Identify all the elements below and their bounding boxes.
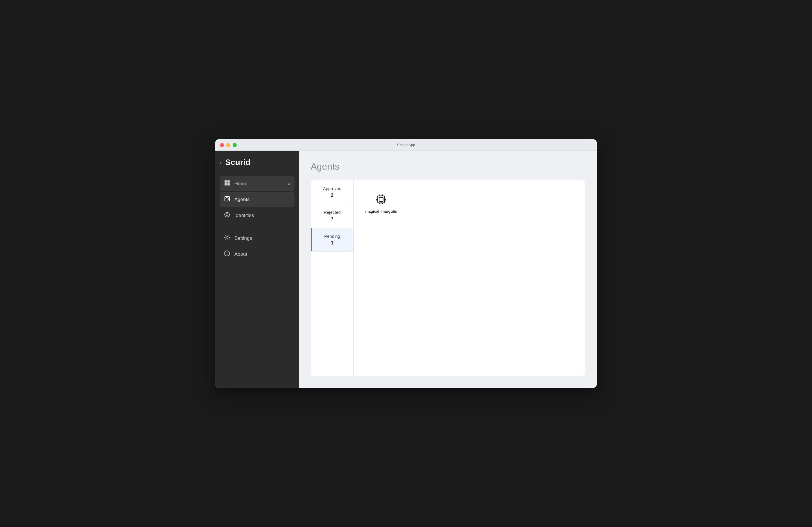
chevron-up-icon: ∧ (288, 181, 290, 186)
agents-panel: Approved 2 Rejected 7 Pending 1 (310, 180, 585, 376)
close-button[interactable] (220, 143, 224, 147)
svg-text:i: i (227, 252, 228, 256)
sidebar-item-agents-label: Agents (234, 197, 290, 203)
filter-approved[interactable]: Approved 2 (311, 180, 353, 204)
svg-point-12 (227, 212, 228, 213)
minimize-button[interactable] (226, 143, 230, 147)
svg-point-10 (225, 213, 229, 217)
agent-chip-icon (375, 193, 388, 206)
filter-pending[interactable]: Pending 1 (311, 228, 353, 252)
agent-card-magical-margulis[interactable]: magical_margulis (362, 189, 400, 216)
filter-pending-label: Pending (317, 233, 348, 239)
sidebar-item-settings[interactable]: Settings (220, 231, 294, 246)
filter-sidebar: Approved 2 Rejected 7 Pending 1 (311, 180, 354, 376)
page-title: Agents (310, 161, 585, 172)
sidebar-nav: Home ∧ Agents (220, 176, 294, 262)
filter-approved-count: 2 (317, 192, 348, 199)
agents-icon (224, 195, 230, 203)
svg-rect-19 (378, 196, 385, 203)
app-window: Scurid App ‹ Scurid (215, 139, 597, 388)
svg-point-14 (224, 215, 225, 215)
sidebar-header: ‹ Scurid (220, 157, 294, 168)
settings-icon (224, 234, 230, 242)
home-icon (224, 180, 230, 188)
sidebar-item-about[interactable]: i About (220, 247, 294, 262)
filter-approved-label: Approved (317, 186, 348, 192)
traffic-lights (220, 143, 237, 147)
agents-grid: magical_margulis (354, 180, 585, 376)
identities-icon (224, 211, 230, 219)
sidebar-item-settings-label: Settings (234, 235, 290, 241)
maximize-button[interactable] (233, 143, 237, 147)
sidebar-item-home[interactable]: Home ∧ (220, 176, 294, 191)
sidebar-item-identities-label: Identities (234, 213, 290, 218)
svg-rect-0 (224, 180, 227, 182)
filter-pending-count: 1 (317, 240, 348, 246)
svg-point-15 (229, 215, 230, 215)
svg-rect-20 (379, 197, 383, 201)
svg-rect-3 (228, 183, 230, 186)
svg-point-16 (226, 237, 228, 238)
main-content: Agents Approved 2 Rejected 7 Pending 1 (299, 151, 597, 388)
sidebar-title: Scurid (226, 158, 250, 167)
filter-rejected[interactable]: Rejected 7 (311, 204, 353, 228)
sidebar: ‹ Scurid Home ∧ (215, 151, 299, 388)
svg-rect-1 (228, 180, 230, 182)
svg-point-13 (227, 217, 228, 218)
sidebar-item-agents[interactable]: Agents (220, 192, 294, 207)
back-icon[interactable]: ‹ (220, 159, 222, 166)
svg-rect-5 (226, 197, 228, 200)
title-bar: Scurid App (215, 139, 597, 151)
filter-rejected-label: Rejected (317, 209, 348, 215)
filter-rejected-count: 7 (317, 216, 348, 222)
svg-point-11 (226, 214, 228, 216)
window-title: Scurid App (397, 143, 415, 147)
svg-rect-2 (224, 183, 227, 186)
sidebar-item-identities[interactable]: Identities (220, 208, 294, 223)
agent-name: magical_margulis (365, 209, 397, 214)
sidebar-item-home-label: Home (234, 181, 284, 187)
agent-icon-wrap (374, 192, 389, 207)
sidebar-item-about-label: About (234, 251, 290, 257)
about-icon: i (224, 250, 230, 258)
app-body: ‹ Scurid Home ∧ (215, 151, 597, 388)
